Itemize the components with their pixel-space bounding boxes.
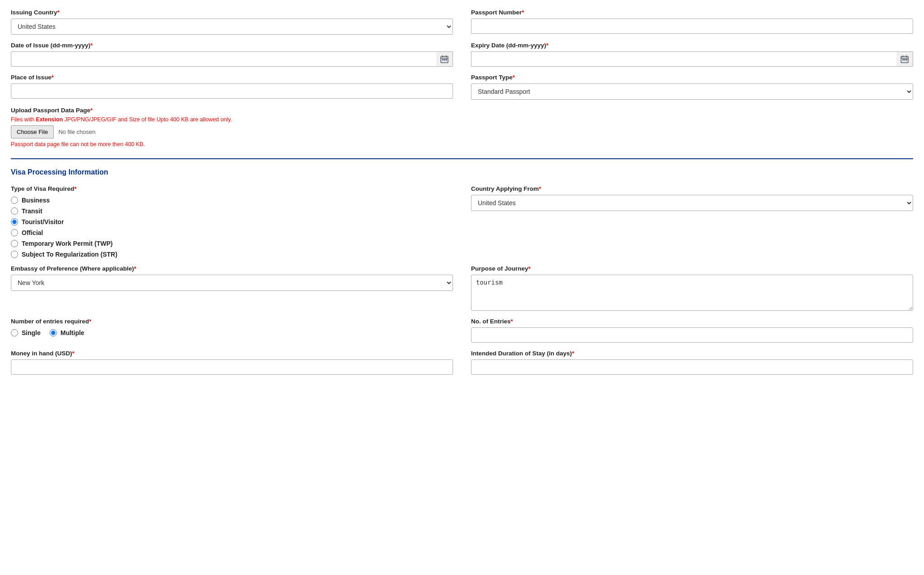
svg-rect-4 (442, 59, 444, 60)
upload-info: Files with Extension JPG/PNG/JPEG/GIF an… (11, 116, 913, 123)
issuing-country-group: Issuing Country* United States Canada Un… (11, 9, 453, 35)
duration-input[interactable]: 10 (471, 359, 913, 375)
upload-group: Upload Passport Data Page* Files with Ex… (11, 107, 913, 147)
no-file-text: No file chosen (58, 129, 95, 135)
place-of-issue-input[interactable]: USA (11, 83, 453, 99)
radio-business[interactable]: Business (11, 197, 453, 204)
passport-number-group: Passport Number* 12345 (471, 9, 913, 35)
visa-section-divider (11, 158, 913, 159)
radio-tourist-label: Tourist/Visitor (22, 218, 64, 225)
expiry-date-input[interactable]: 31/03/2031 (471, 51, 896, 67)
visa-type-group: Type of Visa Required* Business Transit … (11, 185, 453, 258)
purpose-textarea[interactable]: tourism (471, 275, 913, 311)
passport-type-group: Passport Type* Standard Passport Officia… (471, 74, 913, 100)
country-applying-label: Country Applying From* (471, 185, 913, 192)
upload-label: Upload Passport Data Page* (11, 107, 913, 114)
expiry-date-label: Expiry Date (dd-mm-yyyy)* (471, 42, 913, 49)
svg-rect-11 (902, 59, 904, 60)
svg-rect-6 (446, 59, 447, 60)
visa-section-title: Visa Processing Information (11, 168, 913, 176)
country-applying-group: Country Applying From* United States Can… (471, 185, 913, 258)
duration-group: Intended Duration of Stay (in days)* 10 (471, 350, 913, 375)
calendar-icon-2 (900, 55, 909, 64)
purpose-label: Purpose of Journey* (471, 265, 913, 272)
radio-transit[interactable]: Transit (11, 207, 453, 215)
radio-official-label: Official (22, 229, 43, 236)
entries-radio-row: Single Multiple (11, 329, 453, 336)
passport-type-label: Passport Type* (471, 74, 913, 81)
passport-number-label: Passport Number* (471, 9, 913, 16)
entries-required-group: Number of entries required* Single Multi… (11, 318, 453, 343)
purpose-group: Purpose of Journey* tourism (471, 265, 913, 311)
embassy-label: Embassy of Preference (Where applicable)… (11, 265, 453, 272)
embassy-group: Embassy of Preference (Where applicable)… (11, 265, 453, 311)
date-of-issue-calendar-btn[interactable] (436, 51, 453, 67)
radio-single[interactable]: Single (11, 329, 41, 336)
place-of-issue-group: Place of Issue* USA (11, 74, 453, 100)
place-of-issue-label: Place of Issue* (11, 74, 453, 81)
duration-label: Intended Duration of Stay (in days)* (471, 350, 913, 357)
svg-rect-13 (906, 59, 907, 60)
radio-twp-label: Temporary Work Permit (TWP) (22, 240, 113, 247)
radio-str-label: Subject To Regularization (STR) (22, 251, 117, 258)
no-of-entries-input[interactable]: 2 (471, 327, 913, 343)
radio-multiple-input[interactable] (50, 329, 57, 336)
svg-rect-12 (904, 59, 906, 60)
visa-type-radio-group: Business Transit Tourist/Visitor Officia… (11, 197, 453, 258)
date-of-issue-label: Date of Issue (dd-mm-yyyy)* (11, 42, 453, 49)
date-of-issue-group: Date of Issue (dd-mm-yyyy)* 31/08/2021 (11, 42, 453, 67)
radio-transit-label: Transit (22, 207, 42, 215)
no-of-entries-label: No. of Entries* (471, 318, 913, 325)
radio-tourist[interactable]: Tourist/Visitor (11, 218, 453, 225)
radio-transit-input[interactable] (11, 207, 18, 215)
radio-single-label: Single (22, 329, 41, 336)
date-of-issue-wrapper: 31/08/2021 (11, 51, 453, 67)
expiry-date-group: Expiry Date (dd-mm-yyyy)* 31/03/2031 (471, 42, 913, 67)
issuing-country-select[interactable]: United States Canada United Kingdom Aust… (11, 18, 453, 35)
money-label: Money in hand (USD)* (11, 350, 453, 357)
upload-error-text: Passport data page file can not be more … (11, 141, 913, 147)
radio-str[interactable]: Subject To Regularization (STR) (11, 251, 453, 258)
radio-business-input[interactable] (11, 197, 18, 204)
radio-twp[interactable]: Temporary Work Permit (TWP) (11, 240, 453, 247)
radio-official[interactable]: Official (11, 229, 453, 236)
embassy-select[interactable]: New York Los Angeles Chicago Houston Was… (11, 275, 453, 291)
calendar-icon (440, 55, 449, 64)
radio-tourist-input[interactable] (11, 218, 18, 225)
money-input[interactable]: $2000 (11, 359, 453, 375)
entries-required-label: Number of entries required* (11, 318, 453, 325)
passport-type-select[interactable]: Standard Passport Official Passport Dipl… (471, 83, 913, 100)
radio-str-input[interactable] (11, 251, 18, 258)
radio-official-input[interactable] (11, 229, 18, 236)
issuing-country-label: Issuing Country* (11, 9, 453, 16)
expiry-date-wrapper: 31/03/2031 (471, 51, 913, 67)
radio-business-label: Business (22, 197, 50, 204)
radio-multiple[interactable]: Multiple (50, 329, 84, 336)
radio-multiple-label: Multiple (60, 329, 84, 336)
expiry-date-calendar-btn[interactable] (896, 51, 913, 67)
svg-rect-5 (444, 59, 445, 60)
choose-file-button[interactable]: Choose File (11, 125, 54, 138)
passport-number-input[interactable]: 12345 (471, 18, 913, 34)
extension-highlight: Extension (36, 116, 63, 123)
date-of-issue-input[interactable]: 31/08/2021 (11, 51, 436, 67)
no-of-entries-group: No. of Entries* 2 (471, 318, 913, 343)
radio-twp-input[interactable] (11, 240, 18, 247)
country-applying-select[interactable]: United States Canada United Kingdom Aust… (471, 195, 913, 211)
visa-type-label: Type of Visa Required* (11, 185, 453, 192)
money-group: Money in hand (USD)* $2000 (11, 350, 453, 375)
radio-single-input[interactable] (11, 329, 18, 336)
file-upload-row: Choose File No file chosen (11, 125, 913, 138)
